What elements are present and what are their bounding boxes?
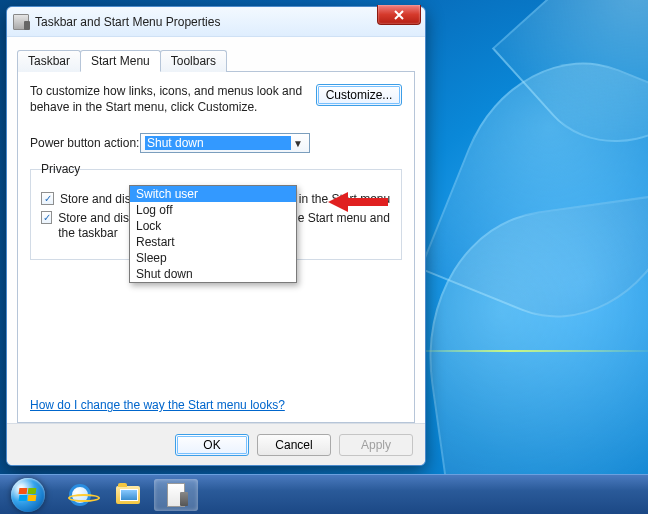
- power-button-selected: Shut down: [145, 136, 291, 150]
- customize-button[interactable]: Customize...: [316, 84, 402, 106]
- windows-logo-icon: [19, 488, 37, 502]
- taskbar: [0, 474, 648, 514]
- close-icon: [394, 10, 404, 20]
- intro-text: To customize how links, icons, and menus…: [30, 84, 304, 115]
- tab-start-menu[interactable]: Start Menu: [80, 50, 161, 72]
- option-log-off[interactable]: Log off: [130, 202, 296, 218]
- dialog-buttons: OK Cancel Apply: [7, 423, 425, 465]
- ok-button[interactable]: OK: [175, 434, 249, 456]
- window-icon: [13, 14, 29, 30]
- apply-button[interactable]: Apply: [339, 434, 413, 456]
- titlebar[interactable]: Taskbar and Start Menu Properties: [7, 7, 425, 37]
- power-button-dropdown[interactable]: Switch user Log off Lock Restart Sleep S…: [129, 185, 297, 283]
- tabs-row: Taskbar Start Menu Toolbars: [17, 49, 415, 72]
- help-link[interactable]: How do I change the way the Start menu l…: [30, 398, 285, 412]
- option-restart[interactable]: Restart: [130, 234, 296, 250]
- privacy-checkbox-programs[interactable]: ✓: [41, 192, 54, 205]
- taskbar-item-ie[interactable]: [58, 479, 102, 511]
- option-shut-down[interactable]: Shut down: [130, 266, 296, 282]
- privacy-checkbox-items[interactable]: ✓: [41, 211, 52, 224]
- option-sleep[interactable]: Sleep: [130, 250, 296, 266]
- close-button[interactable]: [377, 5, 421, 25]
- properties-icon: [167, 483, 185, 507]
- chevron-down-icon: ▼: [291, 138, 305, 149]
- option-lock[interactable]: Lock: [130, 218, 296, 234]
- tab-toolbars[interactable]: Toolbars: [160, 50, 227, 72]
- option-switch-user[interactable]: Switch user: [130, 186, 296, 202]
- taskbar-item-properties[interactable]: [154, 479, 198, 511]
- folder-icon: [116, 486, 140, 504]
- start-button[interactable]: [11, 478, 45, 512]
- properties-dialog: Taskbar and Start Menu Properties Taskba…: [6, 6, 426, 466]
- tab-taskbar[interactable]: Taskbar: [17, 50, 81, 72]
- internet-explorer-icon: [69, 484, 91, 506]
- power-button-select[interactable]: Shut down ▼: [140, 133, 310, 153]
- taskbar-item-explorer[interactable]: [106, 479, 150, 511]
- cancel-button[interactable]: Cancel: [257, 434, 331, 456]
- power-button-label: Power button action:: [30, 136, 140, 150]
- window-title: Taskbar and Start Menu Properties: [35, 15, 220, 29]
